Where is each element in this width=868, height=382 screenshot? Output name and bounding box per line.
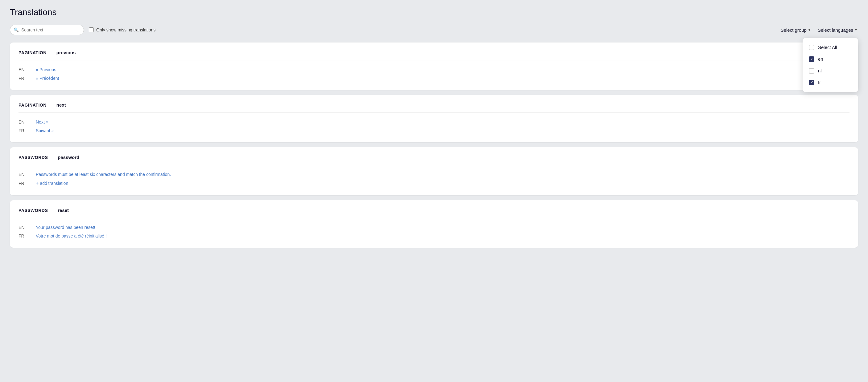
translation-card-passwords-password: PASSWORDS password EN Passwords must be … <box>10 147 858 195</box>
translation-row-en: EN Your password has been reset! <box>19 223 849 232</box>
card-group-label: PAGINATION <box>19 50 46 55</box>
translation-row-fr: FR Votre mot de passe a été réinitialisé… <box>19 232 849 240</box>
card-header: PASSWORDS reset <box>19 208 849 213</box>
card-group-label: PASSWORDS <box>19 155 48 160</box>
lang-label-en: EN <box>19 172 28 177</box>
select-languages-label: Select languages <box>818 27 853 33</box>
add-translation-text: add translation <box>40 181 68 186</box>
select-languages-wrapper: Select languages ▾ Select All en nl <box>816 26 858 35</box>
translation-row-en: EN « Previous <box>19 65 849 74</box>
search-input[interactable] <box>10 25 84 35</box>
lang-label-fr: FR <box>19 76 28 81</box>
translation-value-en[interactable]: « Previous <box>36 67 56 72</box>
card-header: PAGINATION previous <box>19 50 849 55</box>
plus-icon: + <box>36 180 38 186</box>
only-missing-label[interactable]: Only show missing translations <box>89 27 155 32</box>
chevron-down-icon: ▾ <box>808 28 810 32</box>
translation-card-pagination-next: PAGINATION next EN Next » FR Suivant » <box>10 95 858 142</box>
card-key-label: next <box>57 102 66 107</box>
translation-row-en: EN Passwords must be at least six charac… <box>19 170 849 179</box>
card-key-label: reset <box>58 208 69 213</box>
toolbar: 🔍 Only show missing translations Select … <box>10 25 858 35</box>
translation-value-en[interactable]: Next » <box>36 119 48 125</box>
card-group-label: PASSWORDS <box>19 208 48 213</box>
search-wrapper: 🔍 <box>10 25 84 35</box>
card-group-label: PAGINATION <box>19 103 46 107</box>
translation-card-passwords-reset: PASSWORDS reset EN Your password has bee… <box>10 200 858 248</box>
translation-value-en[interactable]: Your password has been reset! <box>36 225 95 230</box>
language-checkbox-nl[interactable] <box>809 68 814 74</box>
lang-label-en: EN <box>19 119 28 125</box>
language-label-select-all: Select All <box>818 45 837 50</box>
translation-row-fr: FR + add translation <box>19 179 849 188</box>
card-header: PASSWORDS password <box>19 154 849 160</box>
card-header: PAGINATION next <box>19 102 849 107</box>
card-divider <box>19 60 849 60</box>
translation-value-en[interactable]: Passwords must be at least six character… <box>36 172 171 177</box>
card-key-label: password <box>58 154 79 160</box>
toolbar-right: Select group ▾ Select languages ▾ Select… <box>779 26 858 35</box>
card-divider <box>19 218 849 218</box>
translation-row-fr: FR « Précédent <box>19 74 849 82</box>
only-missing-text: Only show missing translations <box>96 27 155 32</box>
translation-row-en: EN Next » <box>19 118 849 126</box>
card-divider <box>19 165 849 165</box>
language-checkbox-en[interactable] <box>809 57 814 62</box>
language-label-en: en <box>818 57 823 62</box>
translation-card-pagination-previous: PAGINATION previous EN « Previous FR « P… <box>10 42 858 90</box>
language-label-fr: fr <box>818 80 821 85</box>
select-group-label: Select group <box>781 27 807 33</box>
languages-dropdown-panel: Select All en nl fr <box>803 38 858 92</box>
chevron-down-icon: ▾ <box>855 28 857 32</box>
search-icon: 🔍 <box>13 27 19 32</box>
translation-value-fr[interactable]: « Précédent <box>36 76 59 81</box>
translation-row-fr: FR Suivant » <box>19 126 849 135</box>
add-translation-link[interactable]: + add translation <box>36 180 68 186</box>
translation-value-fr[interactable]: Suivant » <box>36 128 54 133</box>
card-divider <box>19 112 849 113</box>
language-option-en[interactable]: en <box>803 53 858 65</box>
language-checkbox-select-all[interactable] <box>809 45 814 50</box>
card-key-label: previous <box>57 50 76 55</box>
select-group-button[interactable]: Select group ▾ <box>779 26 811 35</box>
page-title: Translations <box>10 7 858 17</box>
language-checkbox-fr[interactable] <box>809 80 814 85</box>
only-missing-checkbox[interactable] <box>89 27 94 32</box>
select-languages-button[interactable]: Select languages ▾ <box>816 26 858 35</box>
language-option-nl[interactable]: nl <box>803 65 858 77</box>
lang-label-en: EN <box>19 67 28 72</box>
translation-value-fr[interactable]: Votre mot de passe a été réinitialisé ! <box>36 234 107 238</box>
language-option-fr[interactable]: fr <box>803 77 858 89</box>
lang-label-fr: FR <box>19 234 28 238</box>
lang-label-fr: FR <box>19 128 28 133</box>
lang-label-en: EN <box>19 225 28 230</box>
language-option-select-all[interactable]: Select All <box>803 42 858 53</box>
content-area: PAGINATION previous EN « Previous FR « P… <box>10 42 858 248</box>
lang-label-fr: FR <box>19 181 28 186</box>
language-label-nl: nl <box>818 68 822 73</box>
